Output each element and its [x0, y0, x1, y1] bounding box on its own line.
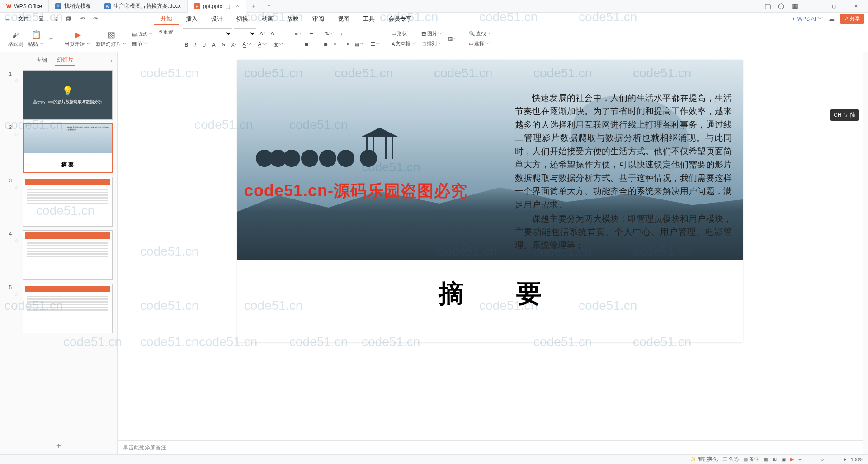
numbering-button[interactable]: ☰﹀: [307, 29, 321, 38]
fill-button[interactable]: ▨﹀: [446, 34, 459, 43]
tab-slideshow[interactable]: 放映: [281, 13, 305, 25]
text-effect-button[interactable]: 变﹀: [272, 40, 285, 49]
close-button[interactable]: ✕: [848, 0, 863, 13]
file-menu[interactable]: 文件: [15, 15, 32, 23]
maximize-button[interactable]: ▢: [826, 0, 842, 13]
select-button[interactable]: ▭ 选择 ﹀: [467, 39, 494, 48]
window-restore-icon[interactable]: ▢: [764, 3, 771, 10]
textbox-button[interactable]: A 文本框 ﹀: [390, 39, 418, 48]
cube-icon[interactable]: ⬡: [778, 3, 785, 10]
doc-tab-ppt[interactable]: P ppt.pptx ▢ ✕: [188, 0, 246, 13]
image-button[interactable]: 🖼 图片 ﹀: [420, 29, 445, 38]
tab-close-icon[interactable]: ✕: [236, 3, 240, 9]
view-reading-icon[interactable]: ▣: [781, 456, 786, 462]
zoom-in-button[interactable]: +: [843, 457, 846, 462]
highlight-button[interactable]: A﹀: [256, 40, 269, 49]
share-button[interactable]: ↗分享: [840, 14, 864, 24]
bullets-button[interactable]: ≡﹀: [293, 29, 304, 38]
tab-tools[interactable]: 工具: [357, 13, 381, 25]
slide-thumbnail-1[interactable]: 💡 基于python的影片数据爬取与数据分析: [23, 70, 113, 120]
font-shrink-button[interactable]: A⁻: [269, 30, 278, 38]
services-button[interactable]: 三 备选: [722, 456, 739, 463]
slide-body-text[interactable]: 快速发展的社会中，人们的生活水平都在提高，生活节奏也在逐渐加快。为了节省时间和提…: [515, 91, 732, 253]
slide-thumbnail-4[interactable]: [23, 230, 113, 280]
align-left-button[interactable]: ≡: [293, 40, 299, 48]
print-icon[interactable]: 🖨: [50, 15, 60, 22]
bold-button[interactable]: B: [183, 41, 190, 48]
minimize-button[interactable]: —: [805, 0, 820, 13]
strikethrough-button[interactable]: S̶: [220, 41, 227, 48]
view-slideshow-icon[interactable]: ▶: [790, 456, 794, 462]
notes-toggle-button[interactable]: ▤备注: [743, 456, 759, 463]
slide-thumbnail-5[interactable]: [23, 284, 113, 333]
smart-beautify-button[interactable]: ✨智能美化: [690, 456, 718, 463]
format-painter-button[interactable]: 🖌格式刷: [6, 29, 25, 48]
add-slide-button[interactable]: +: [0, 438, 117, 454]
arrange-button[interactable]: ⬚ 排列 ﹀: [420, 39, 445, 48]
slide-star-icon[interactable]: ☆: [14, 70, 20, 120]
cloud-icon[interactable]: ☁: [829, 15, 835, 22]
tab-menu-button[interactable]: ﹀: [261, 3, 277, 9]
paste-button[interactable]: 📋粘贴 ﹀: [26, 29, 46, 48]
slide-star-icon[interactable]: ☆: [14, 123, 20, 173]
columns-button[interactable]: ▦﹀: [353, 40, 366, 48]
slide-canvas[interactable]: 快速发展的社会中，人们的生活水平都在提高，生活节奏也在逐渐加快。为了节省时间和提…: [237, 60, 743, 342]
slide-star-icon[interactable]: ☆: [14, 284, 20, 333]
slides-tab[interactable]: 幻灯片: [55, 55, 75, 66]
doc-tab-word[interactable]: W 生产印模图片替换方案.docx: [98, 0, 188, 13]
superscript-button[interactable]: X²: [230, 41, 238, 48]
tab-view[interactable]: 视图: [331, 13, 356, 25]
section-button[interactable]: ▦ 节 ﹀: [130, 39, 155, 48]
strike-button[interactable]: A: [210, 41, 217, 48]
canvas-scroll[interactable]: 快速发展的社会中，人们的生活水平都在提高，生活节奏也在逐渐加快。为了节省时间和提…: [118, 52, 863, 440]
app-name-tab[interactable]: W WPS Office: [0, 0, 49, 13]
slide-star-icon[interactable]: ☆: [14, 177, 20, 227]
tab-start[interactable]: 开始: [154, 13, 179, 25]
current-page-button[interactable]: ▶当页开始 ﹀: [63, 29, 93, 48]
zoom-level[interactable]: 100%: [851, 457, 863, 462]
redo-icon[interactable]: ↷: [91, 15, 100, 22]
cut-button[interactable]: ✂: [47, 35, 55, 43]
slide-star-icon[interactable]: ☆: [14, 230, 20, 280]
font-size-select[interactable]: [234, 28, 256, 38]
print-preview-icon[interactable]: 🗐: [64, 15, 74, 22]
para-align-button[interactable]: ☰﹀: [369, 40, 382, 48]
slide-thumbnail-3[interactable]: [23, 177, 113, 227]
underline-button[interactable]: U: [200, 41, 208, 48]
notes-input[interactable]: 单击此处添加备注: [118, 440, 863, 454]
align-right-button[interactable]: ≡: [313, 40, 319, 48]
align-center-button[interactable]: ≣: [302, 40, 310, 48]
apps-icon[interactable]: ▦: [791, 3, 798, 10]
reset-button[interactable]: ↺ 重置: [156, 28, 175, 37]
new-slide-button[interactable]: ▧新建幻灯片 ﹀: [94, 29, 129, 48]
text-direction-button[interactable]: ↕: [339, 29, 345, 38]
tab-window-icon[interactable]: ▢: [225, 3, 230, 9]
tab-transition[interactable]: 切换: [230, 13, 255, 25]
font-grow-button[interactable]: A⁺: [258, 30, 267, 38]
tab-review[interactable]: 审阅: [306, 13, 330, 25]
tab-insert[interactable]: 插入: [179, 13, 204, 25]
wps-ai-button[interactable]: ✦WPS AI ﹀: [791, 15, 823, 23]
indent-dec-button[interactable]: ⇤: [332, 40, 340, 48]
outline-tab[interactable]: 大纲: [34, 56, 49, 65]
find-button[interactable]: 🔍 查找 ﹀: [467, 29, 494, 38]
font-color-button[interactable]: A﹀: [241, 40, 254, 49]
collapse-panel-icon[interactable]: ‹: [111, 57, 113, 64]
view-sorter-icon[interactable]: ⊞: [773, 456, 777, 462]
tab-design[interactable]: 设计: [205, 13, 229, 25]
new-tab-button[interactable]: +: [246, 2, 261, 10]
undo-icon[interactable]: ↶: [78, 15, 87, 22]
zoom-out-button[interactable]: −: [798, 457, 801, 462]
hamburger-icon[interactable]: ≡: [4, 15, 11, 22]
tab-vip[interactable]: 会员专享: [382, 13, 418, 25]
doc-tab-template[interactable]: 🔍 找稻壳模板: [49, 0, 98, 13]
slide-thumbnail-2[interactable]: 快速发展的社会中人们生活水平都在提高生活节奏也在逐渐加快 摘 要: [23, 123, 113, 173]
tab-animation[interactable]: 动画: [255, 13, 280, 25]
align-justify-button[interactable]: ≣: [322, 40, 330, 48]
shape-button[interactable]: ▭ 形状 ﹀: [390, 29, 418, 38]
save-icon[interactable]: 🖫: [36, 15, 46, 22]
font-family-select[interactable]: [183, 28, 232, 38]
line-spacing-button[interactable]: ⇅﹀: [323, 29, 336, 38]
view-normal-icon[interactable]: ▦: [764, 456, 768, 462]
italic-button[interactable]: I: [193, 41, 198, 48]
